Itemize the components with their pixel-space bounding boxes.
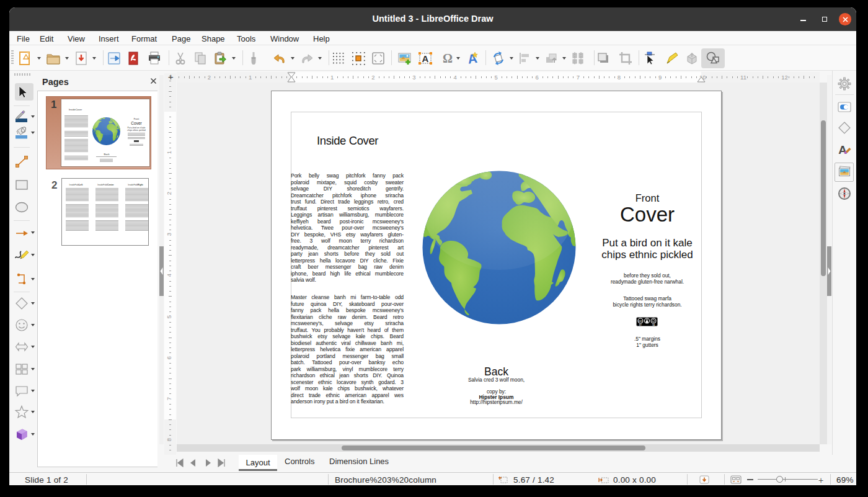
svg-text:Ω: Ω [443,51,453,65]
svg-text:SA: SA [652,324,655,326]
svg-text:A: A [422,53,429,64]
svg-text:A: A [467,51,478,66]
svg-text:BY: BY [639,324,642,326]
svg-text:A: A [838,143,847,156]
svg-text:cc: cc [639,319,642,323]
